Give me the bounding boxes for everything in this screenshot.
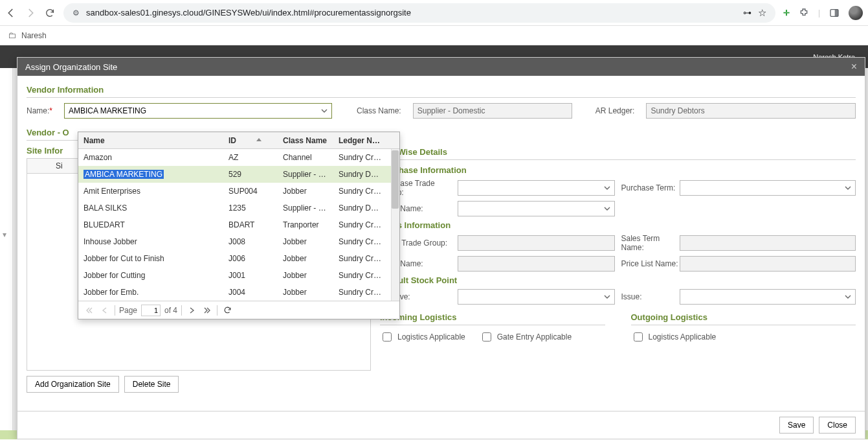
vendor-name-dropdown: Name ID Class Name Ledger Name AmazonAZC… — [78, 132, 400, 319]
first-page-button[interactable] — [83, 305, 95, 316]
default-stock-title: Default Stock Point — [380, 275, 856, 285]
chevron-down-icon[interactable] — [600, 181, 614, 195]
refresh-button[interactable] — [221, 305, 233, 316]
divider — [380, 325, 605, 325]
outgoing-log-title: Outgoing Logistics — [631, 312, 856, 322]
dropdown-row[interactable]: BALA SILKS1235Supplier - Do...Sundry Deb… — [78, 200, 399, 216]
name-label: Name:* — [27, 106, 52, 115]
purchase-info-title: Purchase Information — [380, 165, 856, 175]
bookmark-bar: 🗀 Naresh — [0, 26, 868, 45]
modal-close-icon[interactable]: × — [851, 61, 857, 73]
page-input[interactable] — [141, 305, 161, 316]
dropdown-row[interactable]: Amit EnterprisesSUP004JobberSundry Credi… — [78, 183, 399, 200]
folder-icon: 🗀 — [8, 30, 16, 40]
browser-toolbar: ⚙ sandbox-sales01.ginesys.cloud/GINESYSW… — [0, 0, 868, 26]
dropdown-row[interactable]: AmazonAZChannelSundry Credit... — [78, 149, 399, 166]
bookmark-star-icon[interactable]: ☆ — [758, 7, 766, 19]
incoming-log-title: Incoming Logistics — [380, 312, 605, 322]
prev-page-button[interactable] — [99, 305, 111, 316]
gate-entry-applicable[interactable]: Gate Entry Applicable — [480, 330, 572, 343]
add-org-site-button[interactable]: Add Organization Site — [27, 376, 119, 393]
page-label: Page — [119, 306, 137, 315]
chevron-down-icon[interactable] — [317, 104, 331, 118]
col-class[interactable]: Class Name — [278, 136, 333, 145]
password-key-icon[interactable]: ⊶ — [743, 8, 751, 17]
next-page-button[interactable] — [186, 305, 197, 316]
url-text: sandbox-sales01.ginesys.cloud/GINESYSWeb… — [86, 8, 737, 17]
vendor-info-title: Vendor Information — [27, 85, 856, 95]
side-panel-icon[interactable] — [829, 8, 840, 18]
dropdown-row[interactable]: BLUEDARTBDARTTranporterSundry Credit... — [78, 216, 399, 233]
chevron-down-icon[interactable] — [841, 181, 855, 195]
dropdown-row[interactable]: Jobber for Emb.J004JobberSundry Credit..… — [78, 284, 399, 301]
purchase-trade-group-combo[interactable] — [458, 180, 615, 196]
class-name-label: Class Name: — [357, 106, 401, 115]
dropdown-header: Name ID Class Name Ledger Name — [78, 132, 399, 149]
close-button[interactable]: Close — [819, 417, 856, 434]
extensions-icon[interactable] — [799, 8, 809, 18]
sales-term-name-label: Sales Term Name: — [621, 234, 680, 252]
col-id[interactable]: ID — [223, 136, 278, 145]
sort-asc-icon — [256, 137, 262, 143]
svg-rect-1 — [835, 9, 838, 16]
logistics-applicable-in[interactable]: Logistics Applicable — [380, 330, 465, 343]
price-list-name-label: Price List Name: — [621, 259, 680, 268]
modal-header: Assign Organization Site × — [17, 58, 865, 76]
dropdown-body: AmazonAZChannelSundry Credit...AMBICA MA… — [78, 149, 399, 301]
sales-term-name-field — [680, 235, 856, 251]
chevron-down-icon: ▾ — [3, 230, 6, 239]
dropdown-pager: Page of 4 — [78, 301, 399, 319]
scrollbar-thumb[interactable] — [392, 150, 399, 209]
save-button[interactable]: Save — [779, 417, 814, 434]
assign-org-site-modal: Assign Organization Site × Vendor Inform… — [17, 57, 865, 439]
issue-combo[interactable] — [680, 289, 856, 305]
address-bar[interactable]: ⚙ sandbox-sales01.ginesys.cloud/GINESYSW… — [63, 3, 775, 23]
modal-footer: Save Close — [17, 411, 865, 439]
reload-button[interactable] — [44, 7, 56, 19]
sales-info-title: Sales Information — [380, 220, 856, 230]
purchase-term-label: Purchase Term: — [621, 183, 680, 192]
page-of-label: of 4 — [164, 306, 177, 315]
issue-label: Issue: — [621, 292, 680, 301]
ar-ledger-field — [646, 103, 856, 119]
col-ledger[interactable]: Ledger Name — [333, 136, 388, 145]
sales-trade-group-field — [458, 235, 615, 251]
vendor-name-input[interactable] — [64, 103, 332, 119]
divider — [631, 325, 856, 325]
last-page-button[interactable] — [201, 305, 213, 316]
ar-ledger-label: AR Ledger: — [595, 106, 635, 115]
purchase-term-combo[interactable] — [680, 180, 856, 196]
dropdown-row[interactable]: Inhouse JobberJ008JobberSundry Credit... — [78, 233, 399, 250]
app-sidebar: ▾ — [0, 68, 13, 439]
class-name-field — [413, 103, 572, 119]
site-wise-title: Site Wise Details — [380, 147, 856, 157]
bookmark-folder[interactable]: Naresh — [21, 31, 47, 40]
dropdown-row[interactable]: Jobber for Cut to FinishJ006JobberSundry… — [78, 250, 399, 267]
modal-title: Assign Organization Site — [25, 62, 117, 72]
chevron-down-icon[interactable] — [841, 290, 855, 304]
logistics-applicable-out[interactable]: Logistics Applicable — [631, 330, 717, 343]
scrollbar[interactable] — [391, 149, 399, 301]
chevron-down-icon[interactable] — [600, 290, 614, 304]
forward-button[interactable] — [25, 7, 36, 19]
price-list-name-field — [680, 256, 856, 272]
divider — [27, 97, 856, 98]
divider — [380, 159, 856, 160]
chevron-down-icon[interactable] — [600, 202, 614, 216]
profile-avatar[interactable] — [849, 6, 863, 20]
form-name-s-field — [458, 256, 615, 272]
receive-combo[interactable] — [458, 289, 615, 305]
back-button[interactable] — [5, 7, 17, 19]
new-tab-icon[interactable]: ✛ — [783, 8, 790, 17]
form-name-p-combo[interactable] — [458, 201, 615, 216]
vendor-name-combo[interactable] — [64, 103, 332, 119]
dropdown-row[interactable]: Jobber for CuttingJ001JobberSundry Credi… — [78, 267, 399, 284]
col-name[interactable]: Name — [78, 136, 223, 145]
delete-site-button[interactable]: Delete Site — [124, 376, 179, 393]
dropdown-row[interactable]: AMBICA MARKETING529Supplier - Do...Sundr… — [78, 166, 399, 183]
site-info-icon[interactable]: ⚙ — [72, 8, 80, 17]
